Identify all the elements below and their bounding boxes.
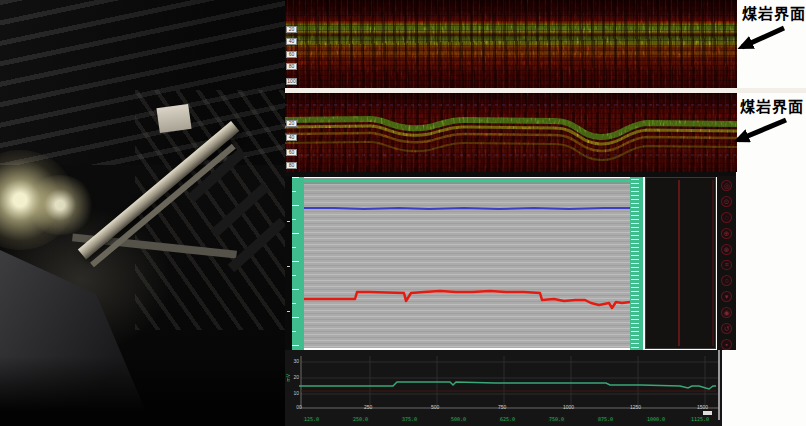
- position-readout: [703, 411, 712, 415]
- toolbar-refresh-icon[interactable]: ↺: [721, 323, 732, 334]
- profile-left-ruler: [292, 177, 304, 350]
- x-tick-label: 1500: [697, 405, 708, 410]
- toolbar-target-icon[interactable]: ◎: [721, 180, 732, 191]
- thickness-trend-line: [299, 382, 716, 389]
- station-label: 125.0: [303, 417, 320, 422]
- toolbar-ring-icon[interactable]: ○: [721, 275, 732, 286]
- toolbar-record-icon[interactable]: ⊙: [721, 196, 732, 207]
- thickness-trend-chart: 30 20 10 0 mV 0 250 500 750 1000 1250 15…: [285, 350, 722, 426]
- toolbar-circle-icon[interactable]: ◌: [721, 212, 732, 223]
- roof-interface-line: [304, 208, 630, 209]
- toolbar-dropdown-icon[interactable]: ▾: [721, 291, 732, 302]
- x-tick-label: 500: [431, 405, 439, 410]
- x-tick-label: 750: [498, 405, 506, 410]
- x-tick-label: 1000: [563, 405, 574, 410]
- toolbar-dot-icon[interactable]: ◉: [721, 307, 732, 318]
- coal-rock-interface-label-middle: 煤岩界面: [740, 99, 804, 114]
- toolbar-menu-icon[interactable]: ≡: [721, 260, 732, 271]
- profile-left-margin: [285, 176, 292, 350]
- station-label: 1000.0: [646, 417, 666, 422]
- station-label: 750.0: [548, 417, 565, 422]
- depth-tick-box: 40: [286, 38, 297, 45]
- station-label: 625.0: [499, 417, 516, 422]
- scan-position-handle[interactable]: [718, 350, 720, 420]
- depth-tick-box: 80: [286, 162, 297, 169]
- y-tick-label: 0: [287, 405, 299, 410]
- tunnel-camera-photo: [0, 0, 285, 426]
- depth-tick-box: 40: [286, 134, 297, 141]
- radar-spectrogram-middle: 20 40 60 80: [285, 93, 737, 172]
- profile-bscan-plot: [304, 178, 630, 348]
- toolbar-stop-icon[interactable]: ▪: [721, 339, 732, 350]
- depth-tick-box: 80: [286, 63, 297, 70]
- edge-line: [712, 180, 714, 346]
- x-tick-label: 0: [299, 405, 302, 410]
- coal-thickness-line: [304, 291, 630, 308]
- depth-tick-box: 100: [286, 78, 297, 85]
- x-tick-label: 250: [364, 405, 372, 410]
- coal-rock-interface-label-top: 煤岩界面: [742, 6, 806, 21]
- station-label: 500.0: [450, 417, 467, 422]
- station-label: 375.0: [401, 417, 418, 422]
- y-axis-unit-label: mV: [286, 374, 291, 382]
- annotation-arrow-middle: [724, 115, 796, 147]
- annotation-arrow-top: [728, 24, 796, 54]
- depth-tick-box: 20: [286, 26, 297, 33]
- side-plot-panel: [645, 177, 716, 349]
- toolbar-close-icon[interactable]: ⊗: [721, 244, 732, 255]
- depth-tick-box: 60: [286, 51, 297, 58]
- station-label: 1125.0: [690, 417, 710, 422]
- depth-tick-box: 60: [286, 149, 297, 156]
- profile-right-ruler: [630, 177, 643, 350]
- y-tick-label: 10: [287, 391, 299, 396]
- equipment-box: [156, 104, 191, 133]
- y-tick-label: 30: [287, 359, 299, 364]
- x-tick-label: 1250: [630, 405, 641, 410]
- radar-spectrogram-top: 20 40 60 80 100: [285, 0, 737, 88]
- toolbar-add-icon[interactable]: ⊕: [721, 228, 732, 239]
- station-label: 875.0: [597, 417, 614, 422]
- tunnel-floor: [0, 356, 285, 426]
- depth-tick-box: 20: [286, 120, 297, 127]
- cursor-line: [678, 180, 680, 346]
- grid: [301, 356, 718, 408]
- station-label: 250.0: [352, 417, 369, 422]
- side-toolbar: ◎ ⊙ ◌ ⊕ ⊗ ≡ ○ ▾ ◉ ↺ ▪: [717, 176, 736, 350]
- monitoring-screenshot: 20 40 60 80 100 20 40 60 80 煤岩界面 煤岩界面: [0, 0, 806, 426]
